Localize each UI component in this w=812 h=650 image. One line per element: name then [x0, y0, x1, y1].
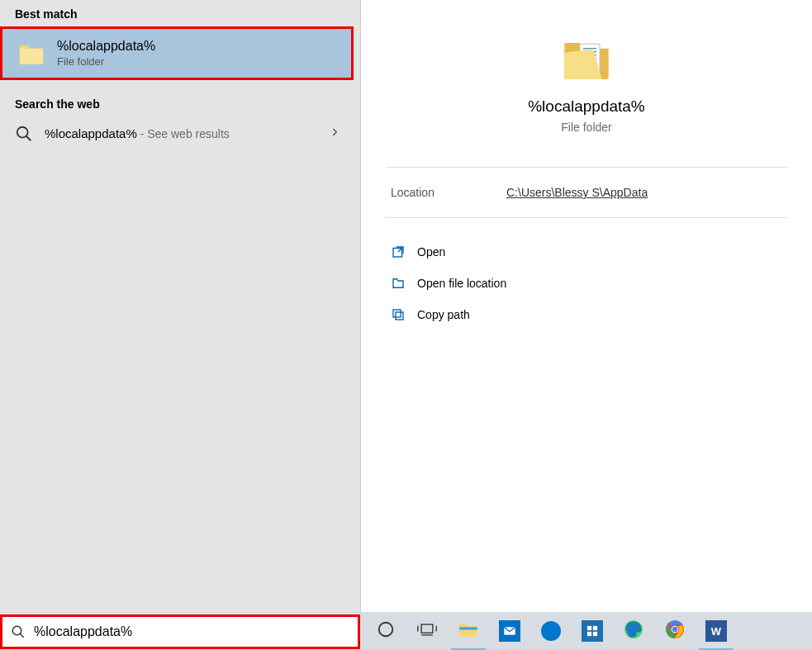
open-label: Open	[417, 245, 445, 259]
svg-point-27	[672, 627, 678, 633]
preview-panel: %localappdata% File folder Location C:\U…	[360, 0, 812, 612]
preview-subtitle: File folder	[361, 121, 812, 134]
svg-rect-20	[587, 626, 591, 630]
svg-point-10	[12, 626, 21, 635]
ms-store-icon	[582, 620, 603, 642]
dell-button[interactable]	[530, 612, 572, 650]
best-match-subtitle: File folder	[57, 55, 155, 68]
best-match-header: Best match	[0, 0, 360, 26]
dell-icon	[541, 621, 561, 641]
word-icon: W	[705, 620, 727, 642]
svg-rect-21	[593, 626, 597, 630]
svg-line-1	[26, 136, 31, 141]
svg-rect-23	[593, 632, 597, 636]
location-path-link[interactable]: C:\Users\Blessy S\AppData	[506, 186, 648, 199]
divider	[386, 217, 787, 218]
cortana-button[interactable]	[365, 612, 406, 650]
svg-rect-22	[587, 632, 591, 636]
taskbar-search-box[interactable]	[0, 614, 360, 649]
folder-icon	[17, 40, 45, 68]
chrome-button[interactable]	[654, 612, 696, 650]
taskbar: W	[0, 612, 812, 650]
copy-path-action[interactable]: Copy path	[386, 299, 787, 330]
chevron-right-icon	[329, 126, 345, 141]
svg-rect-9	[393, 310, 401, 317]
open-icon	[391, 244, 406, 259]
search-results-panel: Best match %localappdata% File folder Se…	[0, 0, 360, 612]
svg-rect-13	[421, 624, 433, 633]
svg-point-12	[379, 623, 393, 637]
web-result-suffix: - See web results	[137, 127, 230, 140]
folder-location-icon	[391, 276, 406, 291]
divider	[386, 167, 787, 168]
mail-icon	[499, 620, 520, 642]
mail-button[interactable]	[489, 612, 530, 650]
open-file-location-action[interactable]: Open file location	[386, 268, 787, 299]
file-explorer-icon	[458, 619, 479, 643]
svg-point-0	[17, 127, 28, 138]
best-match-result[interactable]: %localappdata% File folder	[0, 26, 354, 80]
task-view-button[interactable]	[406, 612, 448, 650]
search-icon	[15, 125, 33, 143]
search-icon	[11, 624, 26, 639]
folder-icon	[560, 33, 613, 86]
open-action[interactable]: Open	[386, 236, 787, 268]
search-input[interactable]	[34, 624, 349, 639]
task-view-icon	[417, 621, 437, 641]
ms-store-button[interactable]	[572, 612, 613, 650]
svg-rect-19	[459, 627, 477, 629]
svg-rect-8	[396, 312, 403, 320]
search-web-header: Search the web	[0, 90, 360, 116]
preview-title: %localappdata%	[361, 97, 812, 116]
best-match-title: %localappdata%	[57, 39, 155, 54]
svg-line-11	[20, 633, 24, 638]
copy-icon	[391, 307, 406, 322]
file-explorer-button[interactable]	[448, 612, 489, 650]
edge-icon	[623, 619, 644, 643]
web-search-result[interactable]: %localappdata% - See web results	[0, 116, 360, 151]
edge-button[interactable]	[613, 612, 654, 650]
copy-path-label: Copy path	[417, 308, 470, 321]
cortana-icon	[377, 620, 395, 642]
chrome-icon	[664, 619, 686, 643]
word-button[interactable]: W	[696, 612, 737, 650]
web-result-title: %localappdata%	[45, 126, 137, 140]
location-label: Location	[391, 186, 506, 199]
open-file-location-label: Open file location	[417, 277, 506, 290]
